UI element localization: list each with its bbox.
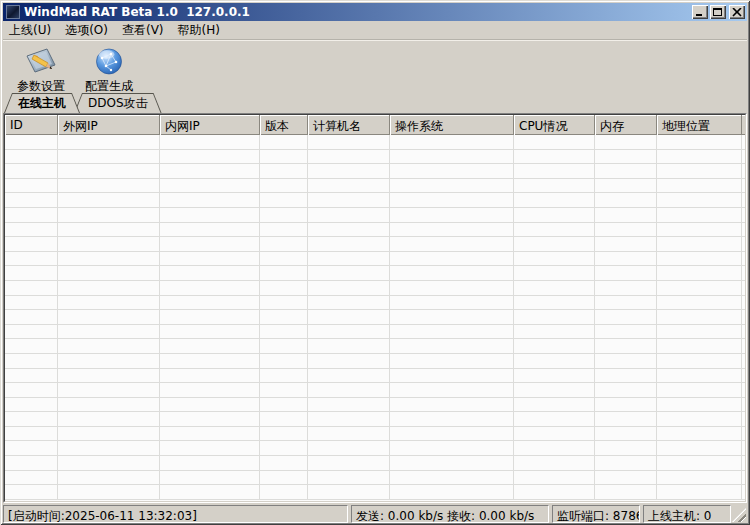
table-cell-cpu bbox=[514, 310, 595, 324]
table-cell-id bbox=[5, 427, 58, 441]
table-cell-cpu bbox=[514, 237, 595, 251]
close-icon bbox=[732, 8, 742, 17]
table-cell-filler bbox=[742, 164, 745, 178]
table-cell-location bbox=[657, 339, 742, 353]
table-cell-id bbox=[5, 369, 58, 383]
table-cell-lan-ip bbox=[160, 485, 260, 499]
table-cell-wan-ip bbox=[58, 208, 160, 222]
table-cell-os bbox=[390, 208, 514, 222]
toolbar-button-generate[interactable]: 配置生成 bbox=[79, 45, 139, 95]
close-button[interactable] bbox=[729, 5, 745, 19]
table-cell-os bbox=[390, 441, 514, 455]
table-cell-location bbox=[657, 398, 742, 412]
table-cell-version bbox=[260, 339, 308, 353]
table-cell-cpu bbox=[514, 164, 595, 178]
table-cell-filler bbox=[742, 354, 745, 368]
table-cell-cpu bbox=[514, 398, 595, 412]
menu-item-options[interactable]: 选项(O) bbox=[59, 20, 114, 41]
table-row bbox=[5, 150, 745, 165]
table-cell-location bbox=[657, 223, 742, 237]
table-cell-wan-ip bbox=[58, 296, 160, 310]
column-header-version[interactable]: 版本 bbox=[260, 115, 308, 135]
table-cell-cpu bbox=[514, 456, 595, 470]
table-cell-version bbox=[260, 296, 308, 310]
menu-item-online[interactable]: 上线(U) bbox=[3, 20, 57, 41]
table-cell-location bbox=[657, 369, 742, 383]
tab-online-hosts[interactable]: 在线主机 bbox=[4, 93, 80, 113]
column-header-cpu[interactable]: CPU情况 bbox=[514, 115, 595, 135]
table-cell-memory bbox=[595, 339, 657, 353]
table-cell-computer-name bbox=[308, 354, 390, 368]
table-cell-wan-ip bbox=[58, 456, 160, 470]
table-row bbox=[5, 208, 745, 223]
table-cell-computer-name bbox=[308, 441, 390, 455]
table-cell-filler bbox=[742, 369, 745, 383]
toolbar-button-settings[interactable]: 参数设置 bbox=[11, 45, 71, 95]
table-cell-cpu bbox=[514, 252, 595, 266]
column-header-location[interactable]: 地理位置 bbox=[657, 115, 742, 135]
table-cell-lan-ip bbox=[160, 208, 260, 222]
table-cell-memory bbox=[595, 252, 657, 266]
table-cell-version bbox=[260, 237, 308, 251]
table-cell-version bbox=[260, 164, 308, 178]
table-cell-filler bbox=[742, 412, 745, 426]
column-header-computer-name[interactable]: 计算机名 bbox=[308, 115, 390, 135]
table-cell-lan-ip bbox=[160, 164, 260, 178]
table-row bbox=[5, 135, 745, 150]
table-cell-filler bbox=[742, 252, 745, 266]
table-cell-computer-name bbox=[308, 208, 390, 222]
table-cell-lan-ip bbox=[160, 310, 260, 324]
table-cell-lan-ip bbox=[160, 296, 260, 310]
table-cell-id bbox=[5, 456, 58, 470]
table-cell-version bbox=[260, 310, 308, 324]
column-header-memory[interactable]: 内存 bbox=[595, 115, 657, 135]
column-header-os[interactable]: 操作系统 bbox=[390, 115, 514, 135]
table-cell-computer-name bbox=[308, 237, 390, 251]
resize-grip[interactable] bbox=[732, 508, 746, 522]
table-cell-lan-ip bbox=[160, 456, 260, 470]
table-cell-wan-ip bbox=[58, 471, 160, 485]
maximize-button[interactable] bbox=[710, 5, 726, 19]
table-cell-os bbox=[390, 369, 514, 383]
table-row bbox=[5, 427, 745, 442]
table-cell-filler bbox=[742, 471, 745, 485]
minimize-button[interactable] bbox=[692, 5, 708, 19]
table-cell-cpu bbox=[514, 354, 595, 368]
table-cell-id bbox=[5, 237, 58, 251]
column-header-wan-ip[interactable]: 外网IP bbox=[58, 115, 160, 135]
table-cell-wan-ip bbox=[58, 150, 160, 164]
table-cell-version bbox=[260, 281, 308, 295]
table-cell-wan-ip bbox=[58, 179, 160, 193]
table-cell-os bbox=[390, 237, 514, 251]
table-cell-version bbox=[260, 369, 308, 383]
table-cell-lan-ip bbox=[160, 441, 260, 455]
table-row bbox=[5, 485, 745, 500]
title-bar[interactable]: WindMad RAT Beta 1.0 127.0.0.1 bbox=[3, 3, 747, 21]
menu-item-view[interactable]: 查看(V) bbox=[116, 20, 170, 41]
table-cell-filler bbox=[742, 485, 745, 499]
table-row bbox=[5, 237, 745, 252]
host-list: ID外网IP内网IP版本计算机名操作系统CPU情况内存地理位置 bbox=[3, 113, 747, 503]
toolbar: 参数设置配置生成 bbox=[3, 41, 747, 93]
table-cell-version bbox=[260, 150, 308, 164]
host-list-body[interactable] bbox=[5, 135, 745, 501]
table-cell-computer-name bbox=[308, 310, 390, 324]
table-cell-lan-ip bbox=[160, 150, 260, 164]
menu-item-help[interactable]: 帮助(H) bbox=[172, 20, 226, 41]
table-cell-id bbox=[5, 150, 58, 164]
table-cell-os bbox=[390, 281, 514, 295]
table-cell-lan-ip bbox=[160, 325, 260, 339]
table-cell-memory bbox=[595, 193, 657, 207]
table-cell-lan-ip bbox=[160, 193, 260, 207]
table-cell-location bbox=[657, 252, 742, 266]
table-cell-memory bbox=[595, 179, 657, 193]
tab-ddos-attack[interactable]: DDOS攻击 bbox=[74, 93, 162, 113]
column-header-lan-ip[interactable]: 内网IP bbox=[160, 115, 260, 135]
table-cell-id bbox=[5, 135, 58, 149]
table-cell-version bbox=[260, 427, 308, 441]
table-cell-memory bbox=[595, 223, 657, 237]
table-cell-version bbox=[260, 398, 308, 412]
table-cell-memory bbox=[595, 383, 657, 397]
table-cell-computer-name bbox=[308, 164, 390, 178]
column-header-id[interactable]: ID bbox=[5, 115, 58, 135]
